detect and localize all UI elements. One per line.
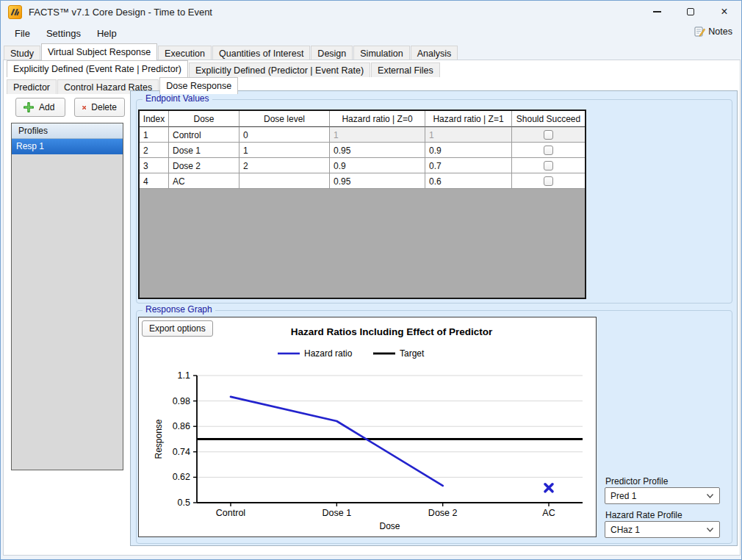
delete-x-icon	[82, 103, 86, 112]
table-row: 1Control011	[140, 127, 585, 143]
svg-text:0.86: 0.86	[173, 421, 190, 431]
dose-response-panel: Endpoint Values IndexDoseDose levelHazar…	[130, 90, 738, 546]
minimize-button[interactable]	[640, 1, 674, 23]
column-header-dose: Dose	[169, 111, 239, 127]
cell-hazard-ratio-z1[interactable]: 0.6	[425, 173, 512, 189]
menu-file[interactable]: File	[7, 25, 38, 42]
column-header-hazard-ratio-z-0: Hazard ratio | Z=0	[330, 111, 425, 127]
cell-dose[interactable]: Control	[169, 127, 239, 143]
tab-predictor[interactable]: Predictor	[7, 79, 57, 94]
cell-should-succeed	[512, 173, 585, 189]
app-window: FACTS™ v7.1 Core Design - Time to Event …	[0, 0, 742, 560]
response-graph-group-label: Response Graph	[143, 304, 215, 315]
svg-text:Response: Response	[154, 419, 164, 459]
cell-dose-level[interactable]: 2	[239, 158, 330, 173]
tab-dose-response[interactable]: Dose Response	[159, 77, 238, 94]
svg-text:0.98: 0.98	[173, 396, 190, 406]
table-header-row: IndexDoseDose levelHazard ratio | Z=0Haz…	[140, 111, 585, 127]
cell-dose[interactable]: Dose 2	[169, 158, 239, 173]
tab-quantities-of-interest[interactable]: Quantities of Interest	[212, 46, 310, 60]
hazard-rate-profile-label: Hazard Rate Profile	[605, 510, 682, 520]
window-title: FACTS™ v7.1 Core Design - Time to Event	[29, 7, 212, 18]
cell-hazard-ratio-z1: 1	[425, 127, 512, 143]
svg-text:Target: Target	[400, 348, 425, 359]
tab-page: Explicitly Defined (Event Rate | Predict…	[3, 60, 741, 556]
column-header-should-succeed: Should Succeed	[512, 111, 585, 127]
predictor-profile-label: Predictor Profile	[605, 476, 668, 487]
predictor-profile-select[interactable]: Pred 1	[605, 487, 720, 504]
svg-text:AC: AC	[542, 508, 555, 518]
minimize-icon	[653, 11, 661, 12]
svg-text:0.62: 0.62	[173, 472, 190, 482]
add-button[interactable]: Add	[15, 98, 65, 117]
svg-text:Dose 2: Dose 2	[428, 508, 458, 518]
add-button-label: Add	[39, 102, 54, 112]
predictor-profile-value: Pred 1	[610, 491, 636, 501]
tab-explicitly-defined-event-rate-predictor[interactable]: Explicitly Defined (Event Rate | Predict…	[7, 60, 188, 77]
cell-dose-level[interactable]	[239, 173, 330, 189]
delete-button[interactable]: Delete	[74, 98, 125, 117]
tab-external-files[interactable]: External Files	[371, 62, 440, 77]
should-succeed-checkbox[interactable]	[544, 130, 553, 140]
response-chart: Export options Hazard Ratios Including E…	[138, 317, 597, 537]
endpoint-values-table: IndexDoseDose levelHazard ratio | Z=0Haz…	[138, 110, 586, 299]
tab-execution[interactable]: Execution	[158, 46, 212, 60]
main-tab-strip: StudyVirtual Subject ResponseExecutionQu…	[4, 44, 458, 60]
add-plus-icon	[24, 102, 34, 112]
svg-text:Hazard Ratios Including Effect: Hazard Ratios Including Effect of Predic…	[291, 326, 493, 337]
hazard-rate-profile-value: CHaz 1	[610, 525, 640, 535]
notes-button[interactable]: Notes	[694, 26, 732, 37]
dose-tab-strip: PredictorControl Hazard RatesDose Respon…	[7, 79, 239, 94]
cell-dose-level[interactable]: 0	[239, 127, 330, 143]
menu-settings[interactable]: Settings	[38, 25, 89, 42]
svg-text:Hazard ratio: Hazard ratio	[304, 348, 353, 359]
tab-virtual-subject-response[interactable]: Virtual Subject Response	[41, 43, 157, 60]
tab-explicitly-defined-predictor-event-rate[interactable]: Explicitly Defined (Predictor | Event Ra…	[189, 62, 370, 77]
cell-dose[interactable]: AC	[169, 173, 239, 189]
cell-index: 3	[140, 158, 169, 173]
cell-dose[interactable]: Dose 1	[169, 143, 239, 158]
cell-should-succeed	[512, 143, 585, 158]
facts-logo-icon	[8, 5, 22, 19]
cell-index: 4	[140, 173, 169, 189]
cell-index: 2	[140, 143, 169, 158]
cell-hazard-ratio-z1[interactable]: 0.9	[425, 143, 512, 158]
response-tab-strip: Explicitly Defined (Event Rate | Predict…	[7, 62, 441, 77]
should-succeed-checkbox[interactable]	[544, 146, 553, 155]
profile-item-resp-1[interactable]: Resp 1	[12, 139, 123, 154]
should-succeed-checkbox[interactable]	[544, 176, 553, 186]
close-icon: ×	[721, 6, 727, 18]
table-row: 2Dose 110.950.9	[140, 143, 585, 158]
table-row: 3Dose 220.90.7	[140, 158, 585, 173]
tab-analysis[interactable]: Analysis	[411, 46, 458, 60]
maximize-icon	[687, 8, 694, 15]
table-row: 4AC0.950.6	[140, 173, 585, 189]
svg-text:Dose: Dose	[379, 521, 400, 531]
svg-text:0.5: 0.5	[178, 498, 190, 508]
export-options-button[interactable]: Export options	[142, 320, 213, 337]
tab-study[interactable]: Study	[4, 46, 40, 60]
close-button[interactable]: ×	[707, 1, 741, 23]
column-header-dose-level: Dose level	[239, 111, 330, 127]
svg-text:Control: Control	[216, 508, 245, 518]
cell-hazard-ratio-z1[interactable]: 0.7	[425, 158, 512, 173]
delete-button-label: Delete	[91, 102, 117, 112]
cell-should-succeed	[512, 158, 585, 173]
maximize-button[interactable]	[674, 1, 707, 23]
chevron-down-icon	[706, 527, 714, 533]
menu-help[interactable]: Help	[89, 25, 125, 42]
cell-hazard-ratio-z0[interactable]: 0.95	[330, 173, 425, 189]
should-succeed-checkbox[interactable]	[544, 161, 553, 170]
cell-hazard-ratio-z0[interactable]: 0.9	[330, 158, 425, 173]
cell-should-succeed	[512, 127, 585, 143]
profiles-list-header: Profiles	[12, 123, 123, 139]
svg-text:1.1: 1.1	[178, 370, 190, 381]
cell-dose-level[interactable]: 1	[239, 143, 330, 158]
hazard-rate-profile-select[interactable]: CHaz 1	[605, 521, 720, 538]
chevron-down-icon	[706, 493, 714, 499]
tab-simulation[interactable]: Simulation	[353, 46, 409, 60]
chart-plot-area: Hazard Ratios Including Effect of Predic…	[139, 317, 596, 539]
cell-hazard-ratio-z0[interactable]: 0.95	[330, 143, 425, 158]
table-empty-area	[140, 189, 585, 298]
tab-design[interactable]: Design	[311, 46, 353, 60]
